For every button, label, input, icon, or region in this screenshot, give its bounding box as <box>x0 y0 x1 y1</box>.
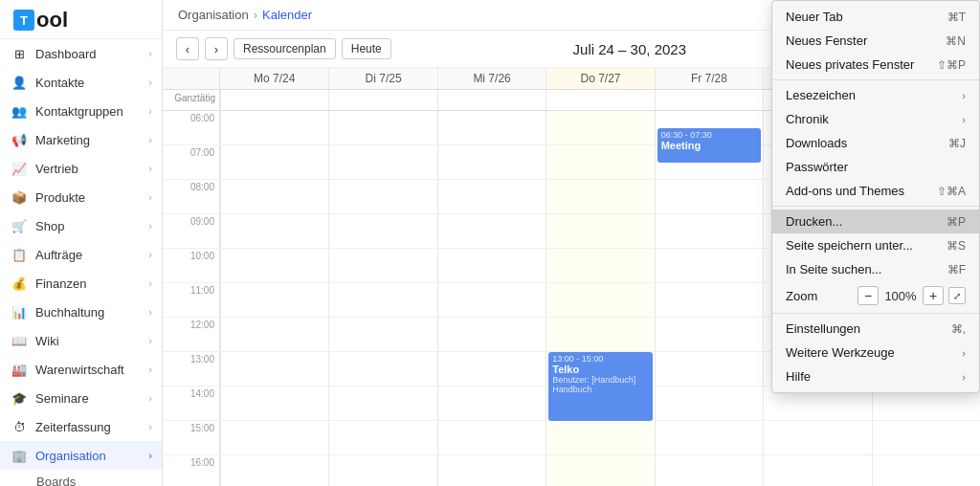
time-cell-r0-c3 <box>546 111 654 144</box>
time-cell-r1-c0 <box>220 145 328 179</box>
sidebar-item-organisation[interactable]: 🏢 Organisation › <box>0 441 162 470</box>
sidebar-item-produkte[interactable]: 📦 Produkte › <box>0 183 162 211</box>
logo-area: T ool <box>0 0 162 39</box>
event-title-meeting: Meeting <box>661 140 757 151</box>
time-cell-r10-c5 <box>763 455 871 486</box>
time-cell-r5-c4 <box>655 283 763 317</box>
menu-item-in-seite-suchen[interactable]: In Seite suchen... ⌘F <box>772 257 979 281</box>
sidebar-chevron-auftraege: › <box>148 249 152 260</box>
sidebar-item-wiki[interactable]: 📖 Wiki › <box>0 326 162 355</box>
sidebar-icon-marketing: 📢 <box>10 131 29 148</box>
time-cell-r7-c1 <box>328 352 436 386</box>
menu-item-neues-fenster[interactable]: Neues Fenster ⌘N <box>772 29 979 53</box>
time-label-9: 15:00 <box>163 421 220 454</box>
sidebar-chevron-shop: › <box>148 220 152 232</box>
sidebar-item-buchhaltung[interactable]: 📊 Buchhaltung › <box>0 298 162 326</box>
time-cell-r0-c1 <box>328 111 436 144</box>
time-cell-r2-c0 <box>220 180 328 213</box>
menu-label-drucken: Drucken... <box>786 214 842 229</box>
menu-separator <box>772 313 979 314</box>
menu-label-passwoerter: Passwörter <box>786 160 848 174</box>
time-label-2: 08:00 <box>163 180 220 213</box>
event-title-telko: Telko <box>552 364 648 375</box>
time-cell-r3-c4 <box>655 214 763 248</box>
event-time-meeting: 06:30 - 07:30 <box>661 130 757 140</box>
sidebar-icon-wiki: 📖 <box>10 332 29 349</box>
logo-text: ool <box>36 8 68 33</box>
zoom-plus-button[interactable]: + <box>923 286 944 305</box>
menu-shortcut-seite-speichern: ⌘S <box>947 239 966 253</box>
time-cell-r7-c0 <box>220 352 328 386</box>
menu-item-einstellungen[interactable]: Einstellungen ⌘, <box>772 317 979 341</box>
time-cell-r6-c4 <box>655 318 763 351</box>
time-cell-r0-c0 <box>220 111 328 144</box>
day-header-4: Fr 7/28 <box>655 68 763 89</box>
sidebar-item-shop[interactable]: 🛒 Shop › <box>0 211 162 240</box>
sidebar-item-auftraege[interactable]: 📋 Aufträge › <box>0 240 162 269</box>
sidebar-item-warenwirtschaft[interactable]: 🏭 Warenwirtschaft › <box>0 355 162 384</box>
day-header-0: Mo 7/24 <box>220 68 328 89</box>
time-row-10: 16:00 <box>163 455 980 486</box>
time-cell-r2-c2 <box>437 180 546 213</box>
time-cell-r3-c1 <box>328 214 436 248</box>
menu-item-addons-themes[interactable]: Add-ons und Themes ⇧⌘A <box>772 179 979 203</box>
time-label-6: 12:00 <box>163 318 220 351</box>
sidebar-label-shop: Shop <box>35 219 148 233</box>
sidebar-item-finanzen[interactable]: 💰 Finanzen › <box>0 269 162 298</box>
sidebar-label-produkte: Produkte <box>35 190 148 205</box>
menu-separator <box>772 79 979 80</box>
zoom-minus-button[interactable]: − <box>858 286 879 305</box>
time-cell-r10-c2 <box>437 455 546 486</box>
sidebar-items: ⊞ Dashboard › 👤 Kontakte › 👥 Kontaktgrup… <box>0 39 162 486</box>
menu-item-seite-speichern[interactable]: Seite speichern unter... ⌘S <box>772 233 979 257</box>
menu-item-lesezeichen[interactable]: Lesezeichen › <box>772 83 979 107</box>
sidebar-item-kontaktgruppen[interactable]: 👥 Kontaktgruppen › <box>0 97 162 125</box>
sidebar-item-seminare[interactable]: 🎓 Seminare › <box>0 384 162 412</box>
time-cell-r7-c4 <box>655 352 763 386</box>
time-cell-r6-c2 <box>437 318 546 351</box>
menu-item-drucken[interactable]: Drucken... ⌘P <box>772 210 979 233</box>
time-cell-r9-c5 <box>763 421 871 454</box>
time-cell-r1-c1 <box>328 145 436 179</box>
sidebar-item-marketing[interactable]: 📢 Marketing › <box>0 125 162 154</box>
menu-item-weitere-werkzeuge[interactable]: Weitere Werkzeuge › <box>772 341 979 364</box>
prev-nav-button[interactable]: ‹ <box>176 37 199 60</box>
time-cell-r5-c3 <box>546 283 654 317</box>
sidebar-item-vertrieb[interactable]: 📈 Vertrieb › <box>0 154 162 183</box>
sidebar-item-dashboard[interactable]: ⊞ Dashboard › <box>0 39 162 68</box>
next-nav-button[interactable]: › <box>205 37 228 60</box>
menu-item-chronik[interactable]: Chronik › <box>772 107 979 131</box>
time-cell-r7-c2 <box>437 352 546 386</box>
sidebar-icon-produkte: 📦 <box>10 188 29 206</box>
sidebar-label-finanzen: Finanzen <box>35 276 148 291</box>
sidebar-item-kontakte[interactable]: 👤 Kontakte › <box>0 68 162 97</box>
time-cell-r10-c0 <box>220 455 328 486</box>
time-cell-r5-c0 <box>220 283 328 317</box>
menu-shortcut-einstellungen: ⌘, <box>951 322 966 336</box>
day-header-1: Di 7/25 <box>328 68 436 89</box>
menu-item-neues-privates-fenster[interactable]: Neues privates Fenster ⇧⌘P <box>772 53 979 77</box>
event-telko[interactable]: 13:00 - 15:00 Telko Benutzer: [Handbuch]… <box>548 352 652 421</box>
sidebar-chevron-marketing: › <box>148 134 152 145</box>
today-button[interactable]: Heute <box>342 38 391 59</box>
time-cell-r8-c2 <box>437 387 546 420</box>
time-cell-r4-c0 <box>220 249 328 282</box>
time-cell-r9-c2 <box>437 421 546 454</box>
resource-plan-button[interactable]: Ressourcenplan <box>234 38 336 59</box>
sidebar-item-zeiterfassung[interactable]: ⏱ Zeiterfassung › <box>0 412 162 441</box>
ganztag-label: Ganztätig <box>163 90 220 110</box>
menu-label-lesezeichen: Lesezeichen <box>786 88 856 102</box>
time-label-5: 11:00 <box>163 283 220 317</box>
menu-item-passwoerter[interactable]: Passwörter <box>772 155 979 179</box>
time-label-10: 16:00 <box>163 455 220 486</box>
sidebar-sub-boards[interactable]: Boards <box>0 470 162 486</box>
menu-item-hilfe[interactable]: Hilfe › <box>772 364 979 388</box>
sidebar-label-vertrieb: Vertrieb <box>35 162 148 176</box>
menu-item-neuer-tab[interactable]: Neuer Tab ⌘T <box>772 5 979 29</box>
sidebar-icon-seminare: 🎓 <box>10 389 29 407</box>
sidebar-label-wiki: Wiki <box>35 334 148 348</box>
event-meeting[interactable]: 06:30 - 07:30 Meeting <box>657 128 761 163</box>
zoom-expand-button[interactable]: ⤢ <box>948 287 966 304</box>
sidebar-chevron-finanzen: › <box>148 277 152 289</box>
menu-item-downloads[interactable]: Downloads ⌘J <box>772 131 979 155</box>
